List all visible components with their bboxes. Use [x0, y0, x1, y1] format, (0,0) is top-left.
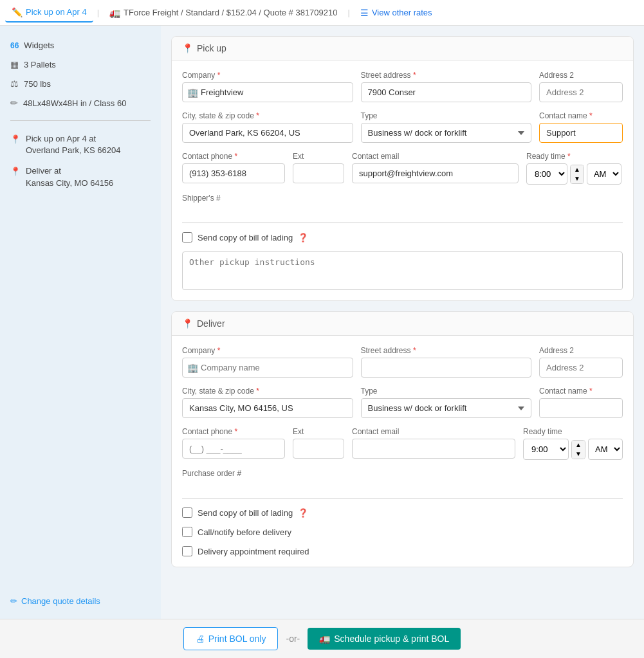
- deliver-call-notify-checkbox[interactable]: [182, 527, 192, 537]
- pickup-tab-label: Pick up on Apr 4: [26, 7, 87, 17]
- deliver-ampm-select[interactable]: AMPM: [588, 439, 623, 460]
- deliver-header-pin-icon: 📍: [182, 318, 193, 329]
- carrier-tab[interactable]: 🚛 TForce Freight / Standard / $152.04 / …: [103, 4, 344, 22]
- deliver-row1: Company * 🏢 Street address *: [182, 346, 623, 378]
- pickup-send-bol-label[interactable]: Send copy of bill of lading: [198, 233, 293, 242]
- change-quote-button[interactable]: ✏ Change quote details: [10, 586, 151, 606]
- company-icon: 🏢: [187, 87, 198, 98]
- pickup-instructions-textarea[interactable]: [182, 251, 623, 290]
- pickup-city-input[interactable]: [182, 123, 353, 143]
- deliver-appt-label[interactable]: Delivery appointment required: [198, 547, 309, 556]
- deliver-po-input[interactable]: [182, 480, 623, 498]
- pickup-shippers-input[interactable]: [182, 205, 623, 223]
- pickup-addr2-input[interactable]: [539, 82, 623, 102]
- weight-icon: ⚖: [10, 78, 19, 89]
- pickup-time-select[interactable]: 8:008:309:00: [526, 163, 567, 185]
- list-icon: ☰: [360, 8, 369, 18]
- pickup-type-select[interactable]: Business w/ dock or forklift Residential…: [361, 123, 532, 143]
- print-icon: 🖨: [196, 634, 205, 644]
- content-area: 📍 Pick up Company * 🏢: [161, 26, 644, 619]
- pickup-type-label: Type: [361, 111, 532, 120]
- pickup-send-bol-checkbox[interactable]: [182, 232, 192, 242]
- pickup-ready-time-group: Ready time * 8:008:309:00 ▲ ▼ AMPM: [526, 152, 623, 185]
- pickup-email-group: Contact email: [352, 152, 519, 185]
- deliver-row3: Contact phone * Ext Contact email Ready …: [182, 427, 623, 460]
- pickup-company-input[interactable]: [182, 82, 353, 102]
- other-rates-btn[interactable]: ☰ View other rates: [354, 4, 439, 22]
- deliver-time-up-btn[interactable]: ▲: [572, 441, 585, 450]
- weight-label: 750 lbs: [24, 79, 51, 89]
- pickup-phone-input[interactable]: [182, 163, 285, 183]
- deliver-send-bol-label[interactable]: Send copy of bill of lading: [198, 508, 293, 518]
- pickup-header-pin-icon: 📍: [182, 43, 193, 53]
- deliver-ext-input[interactable]: [293, 439, 344, 459]
- deliver-street-input[interactable]: [361, 358, 532, 378]
- pickup-type-group: Type Business w/ dock or forklift Reside…: [361, 111, 532, 143]
- pickup-shippers-group: Shipper's #: [182, 194, 623, 223]
- deliver-contact-name-group: Contact name *: [539, 387, 623, 418]
- deliver-section: 📍 Deliver Company * 🏢: [171, 311, 634, 567]
- pickup-email-input[interactable]: [352, 163, 519, 183]
- deliver-street-label: Street address *: [361, 346, 532, 355]
- deliver-addr2-label: Address 2: [539, 346, 623, 355]
- pencil-icon: ✏: [10, 596, 17, 606]
- deliver-email-group: Contact email: [352, 427, 515, 460]
- deliver-type-select[interactable]: Business w/ dock or forklift Residential…: [361, 398, 532, 418]
- deliver-time-down-btn[interactable]: ▼: [572, 450, 585, 459]
- deliver-time-spinner[interactable]: ▲ ▼: [571, 440, 585, 459]
- deliver-phone-label: Contact phone *: [182, 427, 285, 436]
- deliver-bol-help-icon[interactable]: ❓: [298, 508, 308, 518]
- deliver-street-group: Street address *: [361, 346, 532, 378]
- deliver-company-input[interactable]: [182, 358, 353, 378]
- schedule-label: Schedule pickup & print BOL: [334, 634, 449, 644]
- deliver-type-label: Type: [361, 387, 532, 396]
- deliver-time-controls: 9:008:0010:00 ▲ ▼ AMPM: [523, 439, 623, 460]
- deliver-appt-checkbox[interactable]: [182, 546, 192, 556]
- print-bol-button[interactable]: 🖨 Print BOL only: [183, 627, 279, 650]
- bottom-separator: -or-: [286, 634, 300, 644]
- deliver-send-bol-checkbox[interactable]: [182, 507, 192, 518]
- deliver-call-notify-label[interactable]: Call/notify before delivery: [198, 527, 291, 537]
- truck-schedule-icon: 🚛: [319, 634, 330, 644]
- pickup-ext-input[interactable]: [293, 163, 344, 183]
- pickup-time-controls: 8:008:309:00 ▲ ▼ AMPM: [526, 163, 623, 185]
- other-rates-label: View other rates: [372, 8, 432, 17]
- deliver-city-input[interactable]: [182, 398, 353, 418]
- change-quote-label: Change quote details: [21, 596, 100, 606]
- pickup-company-input-wrap: 🏢: [182, 82, 353, 102]
- pickup-city-group: City, state & zip code *: [182, 111, 353, 143]
- deliver-phone-input[interactable]: [182, 439, 285, 459]
- pickup-time-spinner[interactable]: ▲ ▼: [570, 165, 584, 184]
- deliver-po-label: Purchase order #: [182, 469, 623, 478]
- pickup-street-input[interactable]: [361, 82, 532, 102]
- time-up-btn[interactable]: ▲: [571, 165, 584, 174]
- pickup-contact-name-label: Contact name *: [539, 111, 623, 120]
- main-layout: 66 Widgets ▦ 3 Pallets ⚖ 750 lbs ✏ 48Lx4…: [0, 26, 644, 619]
- pickup-section: 📍 Pick up Company * 🏢: [171, 36, 634, 301]
- deliver-email-input[interactable]: [352, 439, 515, 459]
- pickup-ampm-select[interactable]: AMPM: [587, 163, 621, 185]
- deliver-time-select[interactable]: 9:008:0010:00: [523, 439, 569, 460]
- weight-info: ⚖ 750 lbs: [10, 77, 151, 91]
- carrier-tab-label: TForce Freight / Standard / $152.04 / Qu…: [124, 8, 337, 17]
- pickup-company-label: Company *: [182, 71, 353, 80]
- pickup-bol-help-icon[interactable]: ❓: [298, 233, 308, 242]
- pickup-loc-value: Overland Park, KS 66204: [26, 145, 120, 156]
- deliver-company-label: Company *: [182, 346, 353, 355]
- time-down-btn[interactable]: ▼: [571, 174, 584, 183]
- pickup-tab[interactable]: ✏️ Pick up on Apr 4: [5, 3, 93, 23]
- deliver-pin-icon: 📍: [10, 167, 21, 176]
- pickup-ext-label: Ext: [293, 152, 344, 161]
- deliver-section-body: Company * 🏢 Street address *: [172, 336, 633, 567]
- pickup-contact-name-input[interactable]: [539, 123, 623, 143]
- pickup-city-label: City, state & zip code *: [182, 111, 353, 120]
- deliver-addr2-input[interactable]: [539, 358, 623, 378]
- deliver-addr2-group: Address 2: [539, 346, 623, 378]
- deliver-loc-label: Deliver at: [26, 165, 113, 177]
- print-bol-label: Print BOL only: [208, 634, 266, 644]
- deliver-contact-name-input[interactable]: [539, 398, 623, 418]
- pickup-company-group: Company * 🏢: [182, 71, 353, 102]
- deliver-section-header: 📍 Deliver: [172, 312, 633, 336]
- deliver-row2: City, state & zip code * Type Business w…: [182, 387, 623, 418]
- schedule-pickup-button[interactable]: 🚛 Schedule pickup & print BOL: [308, 628, 461, 650]
